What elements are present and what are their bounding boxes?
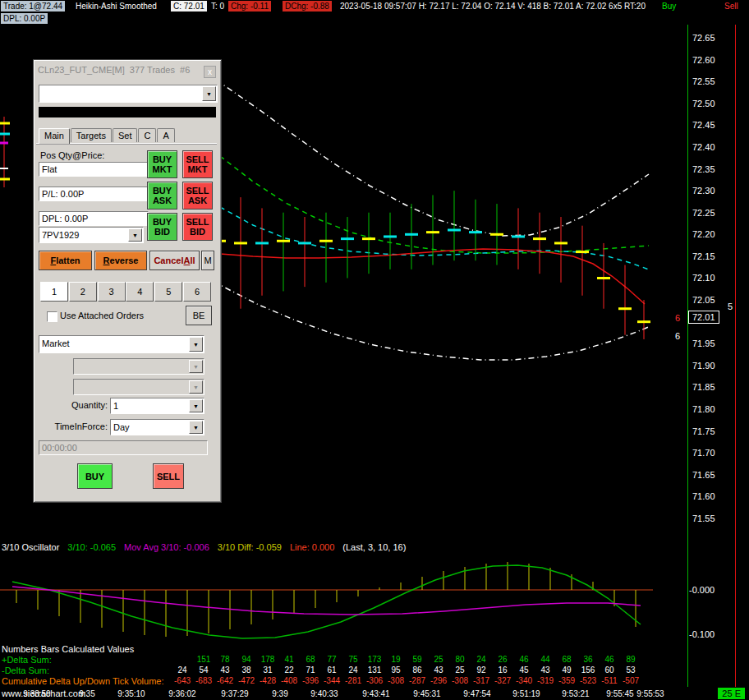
- price-scale-label: 72.65: [692, 33, 715, 43]
- candle-body: [298, 242, 311, 244]
- tab-bar: MainTargetsSetCA: [39, 128, 176, 144]
- trades-count: T: 0: [211, 1, 224, 12]
- chevron-down-icon[interactable]: ▼: [128, 228, 142, 242]
- sell-button[interactable]: SELL: [153, 463, 184, 489]
- quantity-preset-5[interactable]: 5: [154, 282, 182, 302]
- buy-button[interactable]: BUY: [77, 463, 113, 489]
- use-attached-orders-checkbox[interactable]: [47, 311, 57, 322]
- trade-position-chip: Trade: 1@72.44: [1, 1, 65, 12]
- time-axis-bar[interactable]: www.sierrachart.com 9:33:599:359:35:109:…: [0, 687, 749, 700]
- numbers-bars-value: 19: [391, 655, 400, 664]
- numbers-bars-value: 22: [284, 665, 293, 675]
- m-button[interactable]: M: [201, 251, 214, 270]
- sell-ask-button[interactable]: SELL ASK: [182, 182, 213, 210]
- tif-label: TimeInForce:: [35, 421, 108, 431]
- order-type-value: Market: [42, 337, 189, 352]
- tab-c[interactable]: C: [138, 128, 156, 142]
- cancel-all-button[interactable]: CancelAll: [149, 251, 200, 270]
- lower-band-line: [222, 286, 650, 360]
- order-type-combo[interactable]: Market ▼: [39, 335, 204, 353]
- numbers-bars-row-label: +Delta Sum:: [2, 655, 52, 665]
- buy-market-button[interactable]: BUY MKT: [147, 150, 177, 178]
- oscillator-fast-line: [12, 565, 641, 638]
- oscillator-legend: 3/10: -0.065Mov Avg 3/10: -0.0063/10 Dif…: [67, 542, 406, 554]
- flatten-button[interactable]: Flatten: [39, 251, 92, 270]
- time-axis-label: 9:35:10: [117, 689, 145, 698]
- numbers-bars-value: 24: [177, 665, 186, 675]
- numbers-bars-value: -472: [238, 676, 255, 685]
- oscillator-header: 3/10 Oscillator 3/10: -0.065Mov Avg 3/10…: [2, 542, 406, 554]
- time-field[interactable]: 00:00:00: [39, 440, 208, 455]
- tab-set[interactable]: Set: [113, 128, 138, 142]
- quantity-preset-1[interactable]: 1: [40, 282, 68, 302]
- numbers-bars-value: -306: [366, 676, 383, 685]
- sell-bid-button[interactable]: SELL BID: [182, 213, 213, 241]
- tab-targets[interactable]: Targets: [71, 128, 112, 142]
- sell-column-label: Sell: [724, 1, 738, 12]
- numbers-bars-value: 25: [434, 655, 443, 664]
- quantity-preset-3[interactable]: 3: [98, 282, 126, 302]
- time-axis-label: 9:55:53: [636, 689, 664, 698]
- sell-market-button[interactable]: SELL MKT: [182, 150, 213, 178]
- price-scale-label: 71.55: [692, 513, 715, 523]
- numbers-bars-value: 78: [220, 655, 229, 664]
- symbol-combo[interactable]: ▼: [39, 85, 218, 103]
- quantity-label: Quantity:: [35, 400, 108, 410]
- price-scale-label: 72.10: [692, 273, 715, 283]
- quantity-preset-6[interactable]: 6: [183, 282, 211, 302]
- numbers-bars-value: 75: [348, 655, 357, 664]
- chevron-down-icon[interactable]: ▼: [202, 86, 216, 101]
- numbers-bars-value: 41: [284, 655, 293, 664]
- ask-depth-size: 5: [728, 302, 733, 311]
- chevron-down-icon[interactable]: ▼: [189, 421, 203, 434]
- chevron-down-icon[interactable]: ▼: [189, 337, 203, 352]
- quantity-combo[interactable]: 1 ▼: [110, 398, 204, 414]
- time-axis-label: 9:33:59: [23, 689, 50, 698]
- price-scale-label: 71.95: [692, 338, 715, 348]
- candle-body: [512, 235, 525, 237]
- numbers-bars-value: 151: [197, 655, 211, 664]
- account-combo[interactable]: 7PV1929 ▼: [39, 227, 144, 243]
- numbers-bars-value: 68: [306, 655, 315, 664]
- quantity-preset-4[interactable]: 4: [126, 282, 154, 302]
- tif-value: Day: [113, 421, 189, 434]
- price-scale[interactable]: 72.6572.6072.5572.5072.4572.4072.3572.30…: [654, 25, 749, 687]
- numbers-bars-value: -642: [217, 676, 233, 685]
- numbers-bars-value: -408: [281, 676, 297, 685]
- daily-change-chip: DChg: -0.88: [283, 1, 332, 12]
- pl-display[interactable]: P/L: 0.00P: [39, 187, 149, 201]
- oscillator-ma-line: [12, 587, 641, 615]
- close-icon[interactable]: x: [204, 66, 216, 78]
- quantity-preset-2[interactable]: 2: [69, 282, 97, 302]
- numbers-bars-value: -523: [580, 676, 596, 685]
- numbers-bars-value: 131: [368, 665, 382, 675]
- candle-body: [576, 251, 589, 253]
- bid-column-line: [687, 25, 688, 687]
- position-display[interactable]: Flat: [39, 162, 149, 177]
- numbers-bars-value: 178: [261, 655, 275, 664]
- buy-bid-button[interactable]: BUY BID: [147, 213, 177, 241]
- tif-combo[interactable]: Day ▼: [110, 419, 204, 435]
- price-scale-label: 72.15: [692, 251, 715, 261]
- chevron-down-icon[interactable]: ▼: [189, 399, 203, 412]
- reverse-button[interactable]: Reverse: [94, 251, 147, 270]
- numbers-bars-value: 49: [562, 665, 571, 675]
- numbers-bars-value: -308: [452, 676, 468, 685]
- price-scale-label: 71.70: [692, 448, 715, 458]
- price-scale-label: 71.75: [692, 426, 715, 436]
- breakeven-button[interactable]: BE: [186, 306, 212, 325]
- numbers-bars-value: 43: [220, 665, 229, 675]
- numbers-bars-value: 92: [476, 665, 485, 675]
- status-strip: [39, 107, 216, 117]
- numbers-bars-value: 43: [434, 665, 443, 675]
- numbers-bars-value: -507: [623, 676, 639, 685]
- tab-main[interactable]: Main: [39, 128, 70, 144]
- buy-ask-button[interactable]: BUY ASK: [147, 182, 177, 210]
- price-scale-label: 72.40: [692, 142, 715, 152]
- tab-a[interactable]: A: [157, 128, 174, 142]
- numbers-bars-value: -396: [302, 676, 319, 685]
- dpl-chip: DPL: 0.00P: [1, 13, 48, 24]
- oscillator-scale-zero: -0.000: [689, 585, 715, 595]
- oscillator-legend-item: (Last, 3, 10, 16): [342, 542, 406, 554]
- dpl-display[interactable]: DPL: 0.00P: [39, 211, 149, 226]
